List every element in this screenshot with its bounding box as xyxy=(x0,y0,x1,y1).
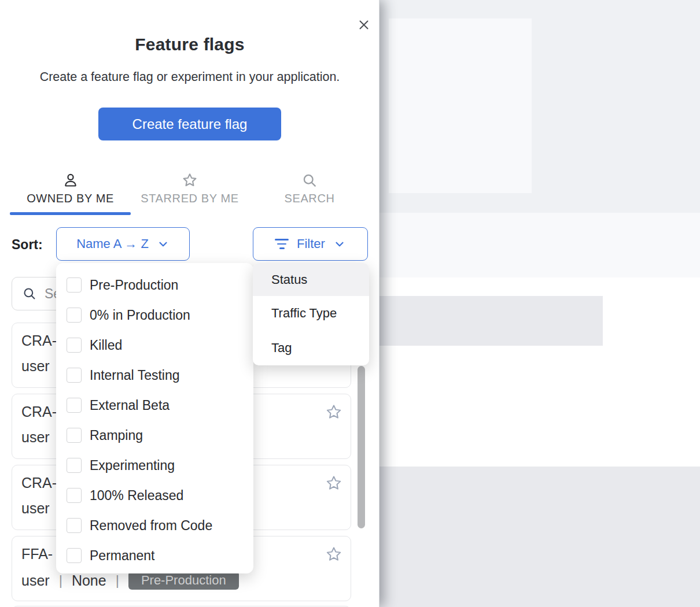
checkbox-unchecked[interactable] xyxy=(67,518,82,533)
sort-value: Name A → Z xyxy=(76,236,149,251)
separator: | xyxy=(116,572,119,589)
star-toggle-icon[interactable] xyxy=(325,475,342,492)
tab-label: OWNED BY ME xyxy=(27,192,114,205)
checkbox-unchecked[interactable] xyxy=(67,428,82,443)
tab-label: STARRED BY ME xyxy=(141,192,238,205)
tab-search[interactable]: SEARCH xyxy=(268,171,351,213)
person-icon xyxy=(62,171,79,190)
feature-flags-panel: Feature flags Create a feature flag or e… xyxy=(0,0,380,607)
status-badge: Pre-Production xyxy=(128,571,239,590)
checkbox-unchecked[interactable] xyxy=(67,368,82,383)
flag-traffic-type: user xyxy=(21,500,50,517)
star-icon xyxy=(182,171,198,190)
filter-category-menu: Status Traffic Type Tag xyxy=(253,263,369,365)
chevron-down-icon xyxy=(157,238,170,250)
flag-name: CRA- xyxy=(21,404,57,420)
background-skeleton-card xyxy=(389,18,532,193)
filter-menu-item-traffic-type[interactable]: Traffic Type xyxy=(253,296,369,331)
flag-name: CRA- xyxy=(21,332,57,349)
tab-owned-by-me[interactable]: OWNED BY ME xyxy=(10,171,131,213)
flag-traffic-type: user xyxy=(21,358,50,375)
checkbox-unchecked[interactable] xyxy=(67,488,82,503)
menu-option[interactable]: 0% in Production xyxy=(56,300,253,330)
separator: | xyxy=(59,572,62,589)
create-feature-flag-button[interactable]: Create feature flag xyxy=(98,108,281,140)
flag-traffic-type: user xyxy=(21,429,50,446)
sort-label: Sort: xyxy=(12,237,43,253)
checkbox-unchecked[interactable] xyxy=(67,458,82,473)
menu-option[interactable]: Experimenting xyxy=(56,450,253,480)
filter-icon xyxy=(275,239,289,249)
checkbox-unchecked[interactable] xyxy=(67,338,82,353)
star-toggle-icon[interactable] xyxy=(325,546,342,563)
flag-name: CRA- xyxy=(21,475,57,491)
checkbox-unchecked[interactable] xyxy=(67,548,82,563)
star-toggle-icon[interactable] xyxy=(325,404,342,421)
checkbox-unchecked[interactable] xyxy=(67,277,82,293)
active-tab-underline xyxy=(10,212,131,215)
filter-dropdown-button[interactable]: Filter xyxy=(253,227,368,261)
menu-option[interactable]: Killed xyxy=(56,330,253,360)
tab-starred-by-me[interactable]: STARRED BY ME xyxy=(133,171,246,213)
menu-option[interactable]: Internal Testing xyxy=(56,360,253,390)
checkbox-unchecked[interactable] xyxy=(67,398,82,413)
page-title: Feature flags xyxy=(0,35,380,54)
sort-dropdown-button[interactable]: Name A → Z xyxy=(56,227,190,261)
tab-label: SEARCH xyxy=(285,192,335,205)
list-scrollbar[interactable] xyxy=(358,366,365,528)
menu-option[interactable]: Pre-Production xyxy=(56,270,253,300)
filter-label: Filter xyxy=(297,236,325,251)
filter-menu-item-status[interactable]: Status xyxy=(253,263,369,296)
background-skeleton-strip xyxy=(380,213,700,277)
flag-traffic-type: user xyxy=(21,572,50,589)
close-button[interactable] xyxy=(355,16,373,34)
background-skeleton-block-1 xyxy=(380,296,603,346)
close-icon xyxy=(357,18,371,32)
background-skeleton-block-2 xyxy=(380,467,700,607)
checkbox-unchecked[interactable] xyxy=(67,308,82,323)
chevron-down-icon xyxy=(333,238,346,250)
menu-option[interactable]: Removed from Code xyxy=(56,510,253,541)
menu-option[interactable]: 100% Released xyxy=(56,480,253,510)
menu-option[interactable]: Ramping xyxy=(56,420,253,450)
page-subtitle: Create a feature flag or experiment in y… xyxy=(0,70,380,84)
screen: Feature flags Create a feature flag or e… xyxy=(0,0,700,607)
menu-option[interactable]: Permanent xyxy=(56,541,253,571)
filter-menu-item-tag[interactable]: Tag xyxy=(253,331,369,365)
search-icon xyxy=(301,171,318,190)
flag-tags: None xyxy=(72,572,106,589)
flag-name: FFA- xyxy=(21,546,53,562)
status-filter-menu: Pre-Production 0% in Production Killed I… xyxy=(56,263,253,573)
search-icon xyxy=(22,286,37,301)
menu-option[interactable]: External Beta xyxy=(56,390,253,420)
